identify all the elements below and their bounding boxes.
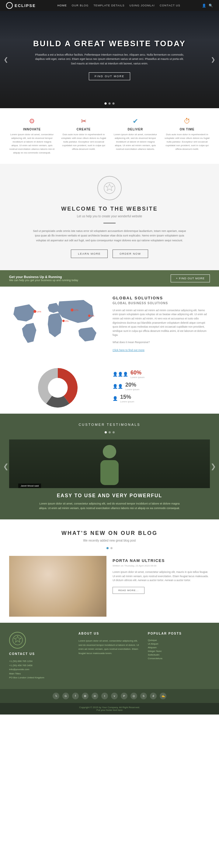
innovate-text: Lorem ipsum dolor sit amet, consectetur … xyxy=(9,133,55,155)
footer-about-col: ABOUT US Lorem ipsum dolor sit amet, con… xyxy=(79,632,140,680)
feature-innovate: ⚙ INNOVATE Lorem ipsum dolor sit amet, c… xyxy=(9,117,55,155)
testimonial-body: Lorem ipsum dolor sit amet, consectetur … xyxy=(36,501,183,510)
footer-phone2: +1 (50) 456 765 3456 xyxy=(9,663,71,668)
blog-img-inner xyxy=(9,556,106,617)
hero-content: BUILD A GREAT WEBSITE TODAY Phasellus a … xyxy=(33,39,186,80)
order-now-button[interactable]: ORDER NOW xyxy=(113,250,148,258)
hero-subtitle: Phasellus a est a lectus efficitur facil… xyxy=(33,53,186,66)
deliver-title: DELIVER xyxy=(113,128,158,131)
ontime-icon: ⏱ xyxy=(164,117,210,125)
read-more-button[interactable]: READ MORE... xyxy=(113,587,144,594)
blog-subtitle: We recently added new great blog post xyxy=(9,539,210,542)
nav-home[interactable]: HOME xyxy=(57,4,67,7)
social-vimeo[interactable]: v xyxy=(111,693,118,699)
popular-link-1[interactable]: Ut Aliquet xyxy=(148,643,210,645)
blog-section: WHAT'S NEW ON OUR BLOG We recently added… xyxy=(0,519,219,623)
testimonials-section: CUSTOMER TESTIMONALS Janet Wood said EAS… xyxy=(0,414,219,519)
hero-dot-2[interactable] xyxy=(109,102,111,104)
legend-item-20: 👤👤 20% Lorem ipsum xyxy=(113,382,210,391)
cta-band: Get your Business Up & Running We can he… xyxy=(0,270,219,287)
footer-phone1: +1 (50) 896 765 1234 xyxy=(9,659,71,663)
test-dot-2[interactable] xyxy=(109,431,111,433)
ontime-text: Duis aute irure dolor in reprehenderit i… xyxy=(164,133,210,151)
testimonial-prev-arrow[interactable]: ❮ xyxy=(3,463,8,470)
social-gplus[interactable]: G xyxy=(62,693,69,699)
testimonial-name: Janet Wood said xyxy=(18,484,41,488)
hero-prev-arrow[interactable]: ❮ xyxy=(4,56,8,63)
social-facebook[interactable]: f xyxy=(72,693,79,699)
pie-chart-wrap xyxy=(9,368,106,408)
copyright-text: Copyright © 2015 by Your Company. All Ri… xyxy=(3,706,216,709)
feature-ontime: ⏱ ON TIME Duis aute irure dolor in repre… xyxy=(164,117,210,155)
legend-pct-15: 15% xyxy=(120,394,131,400)
cta-band-text: Get your Business Up & Running We can he… xyxy=(9,275,78,282)
legend-icons-15: 👤 xyxy=(113,396,118,401)
blog-dot-2[interactable] xyxy=(110,547,113,549)
pie-legend: 👤👤👤 60% Lorem ipsum 👤👤 20% Lorem ipsum 👤… xyxy=(113,370,210,406)
svg-text:14%: 14% xyxy=(36,310,41,313)
brand-logo-circle: ○ xyxy=(6,2,13,9)
social-digg[interactable]: d xyxy=(150,693,157,699)
deliver-text: Lorem ipsum dolor sit amet, consectetur … xyxy=(113,133,158,151)
nav-template[interactable]: TEMPLATE DETAILS xyxy=(93,4,125,7)
social-tumblr[interactable]: t xyxy=(101,693,108,699)
hero-dot-1[interactable] xyxy=(105,102,107,104)
nav-contact[interactable]: CONTACT US xyxy=(160,4,181,7)
features-section: ⚙ INNOVATE Lorem ipsum dolor sit amet, c… xyxy=(0,108,219,164)
global-link[interactable]: Click here to find out more xyxy=(113,349,144,352)
social-instagram[interactable]: ◎ xyxy=(131,693,137,699)
welcome-divider xyxy=(103,223,116,223)
blog-post-title: PORTA NAM ULTRICES xyxy=(113,558,210,563)
testimonial-image: Janet Wood said xyxy=(9,439,210,488)
global-text: GLOBAL SOLUTIONS GLOBAL BUSINESS SOLUTIO… xyxy=(113,296,210,353)
welcome-buttons: LEARN MORE ORDER NOW xyxy=(18,250,201,258)
cta-find-out-button[interactable]: + FIND OUT MORE xyxy=(171,274,210,282)
social-stumble[interactable]: S xyxy=(140,693,147,699)
legend-item-15: 👤 15% Lorem ipsum xyxy=(113,394,210,403)
user-icon[interactable]: 👤 xyxy=(202,4,206,8)
legend-pct-60: 60% xyxy=(131,370,141,376)
blog-dot-1[interactable] xyxy=(106,547,109,549)
svg-point-10 xyxy=(48,378,68,398)
footer: CONTACT US +1 (50) 896 765 1234 +1 (50) … xyxy=(0,623,219,689)
test-dot-1[interactable] xyxy=(105,431,107,433)
learn-more-button[interactable]: LEARN MORE xyxy=(71,250,108,258)
legend-icons-60: 👤👤👤 xyxy=(113,372,128,377)
navbar-icons: 👤 🔍 xyxy=(202,4,213,8)
hero-dot-3[interactable] xyxy=(113,102,115,104)
deliver-icon: ✔ xyxy=(113,117,158,125)
hero-next-arrow[interactable]: ❯ xyxy=(211,56,215,63)
welcome-subtitle: Let us help you to create your wonderful… xyxy=(18,215,201,218)
brand-logo-area[interactable]: ○ ECLIPSE xyxy=(6,2,36,9)
nav-blog[interactable]: OUR BLOG xyxy=(72,4,89,7)
popular-link-2[interactable]: Aliquam xyxy=(148,646,210,649)
global-subtitle: GLOBAL BUSINESS SOLUTIONS xyxy=(113,302,210,305)
testimonial-card: Janet Wood said EASY TO USE AND VERY POW… xyxy=(9,439,210,510)
search-icon[interactable]: 🔍 xyxy=(209,4,213,8)
testimonial-next-arrow[interactable]: ❯ xyxy=(211,463,216,470)
testimonial-headline: EASY TO USE AND VERY POWERFUL xyxy=(9,493,210,498)
social-twitter[interactable]: 𝕏 xyxy=(53,693,59,699)
blog-post-content: PORTA NAM ULTRICES Written on Thursday, … xyxy=(113,556,210,617)
popular-link-0[interactable]: Quisque xyxy=(148,639,210,642)
social-blog[interactable]: ✍ xyxy=(160,693,166,699)
pie-section: 👤👤👤 60% Lorem ipsum 👤👤 20% Lorem ipsum 👤… xyxy=(0,362,219,414)
create-text: Duis aute irure dolor in reprehenderit i… xyxy=(61,133,106,151)
social-linkedin[interactable]: in xyxy=(91,693,98,699)
legend-label-20: Lorem ipsum xyxy=(125,388,139,391)
footer-contact-title: CONTACT US xyxy=(9,652,71,656)
person-silhouette-svg xyxy=(94,442,125,485)
test-dot-3[interactable] xyxy=(113,431,115,433)
person-bg xyxy=(9,439,210,488)
social-rss[interactable]: ⊞ xyxy=(82,693,88,699)
footer-popular-title: POPULAR POSTS xyxy=(148,632,210,635)
hero-cta-button[interactable]: FIND OUT MORE xyxy=(89,72,130,80)
blog-title: WHAT'S NEW ON OUR BLOG xyxy=(9,530,210,536)
popular-link-3[interactable]: Integer Nunc xyxy=(148,650,210,653)
blog-post: PORTA NAM ULTRICES Written on Thursday, … xyxy=(9,556,210,617)
popular-link-4[interactable]: Sollicitudin xyxy=(148,653,210,656)
social-pinterest[interactable]: P xyxy=(121,693,128,699)
popular-link-5[interactable]: Consectetura xyxy=(148,657,210,660)
nav-joomla[interactable]: USING JOOMLA! xyxy=(130,4,155,7)
legend-pct-20: 20% xyxy=(125,382,136,388)
